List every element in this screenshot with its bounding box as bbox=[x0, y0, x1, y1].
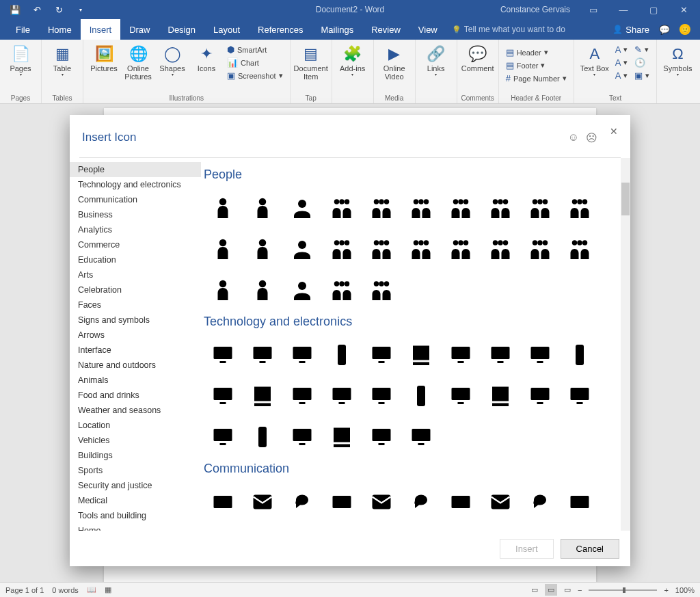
category-item[interactable]: Arts bbox=[70, 267, 201, 282]
icon-cell[interactable] bbox=[362, 271, 401, 309]
text-opt-3[interactable]: A▾ bbox=[612, 70, 631, 81]
category-item[interactable]: Education bbox=[70, 252, 201, 267]
icons-button[interactable]: ✦Icons bbox=[190, 42, 223, 72]
icon-cell[interactable] bbox=[362, 377, 401, 415]
category-item[interactable]: Security and justice bbox=[70, 478, 201, 493]
ribbon-options-icon[interactable]: ▭ bbox=[580, 0, 607, 19]
header-button[interactable]: ▤Header ▾ bbox=[503, 47, 569, 58]
icon-cell[interactable] bbox=[323, 418, 361, 456]
icon-cell[interactable] bbox=[402, 418, 440, 456]
close-dialog-icon[interactable]: ✕ bbox=[610, 126, 618, 137]
category-item[interactable]: Vehicles bbox=[70, 433, 201, 448]
tab-view[interactable]: View bbox=[409, 19, 446, 40]
screenshot-button[interactable]: ▣Screenshot ▾ bbox=[224, 70, 286, 81]
user-name[interactable]: Constance Gervais bbox=[494, 5, 577, 14]
icon-cell[interactable] bbox=[204, 271, 242, 309]
icon-cell[interactable] bbox=[323, 189, 361, 227]
tab-insert[interactable]: Insert bbox=[81, 19, 121, 40]
category-item[interactable]: Commerce bbox=[70, 237, 201, 252]
category-item[interactable]: Signs and symbols bbox=[70, 313, 201, 328]
icon-cell[interactable] bbox=[204, 230, 242, 268]
icon-cell[interactable] bbox=[521, 336, 559, 374]
text-opt-6[interactable]: ▣▾ bbox=[632, 70, 652, 81]
page-number-button[interactable]: #Page Number ▾ bbox=[503, 72, 569, 84]
icon-cell[interactable] bbox=[561, 377, 599, 415]
icon-cell[interactable] bbox=[283, 418, 321, 456]
icon-cell[interactable] bbox=[243, 271, 282, 309]
chart-button[interactable]: 📊Chart bbox=[224, 57, 286, 68]
text-opt-4[interactable]: ✎▾ bbox=[632, 44, 652, 55]
icon-cell[interactable] bbox=[402, 377, 440, 415]
macro-icon[interactable]: ▦ bbox=[105, 585, 111, 594]
view-mode-print-icon[interactable]: ▭ bbox=[545, 584, 557, 596]
scrollbar[interactable] bbox=[621, 158, 630, 531]
icon-cell[interactable] bbox=[402, 336, 440, 374]
view-mode-web-icon[interactable]: ▭ bbox=[564, 585, 571, 594]
tell-me-search[interactable]: Tell me what you want to do bbox=[452, 19, 565, 40]
icon-cell[interactable] bbox=[481, 483, 520, 521]
symbols-button[interactable]: ΩSymbols▾ bbox=[661, 42, 694, 77]
share-button[interactable]: 👤Share bbox=[612, 25, 649, 35]
icon-cell[interactable] bbox=[561, 189, 599, 227]
icon-cell[interactable] bbox=[243, 230, 282, 268]
addins-button[interactable]: 🧩Add-ins▾ bbox=[336, 42, 369, 77]
category-item[interactable]: Animals bbox=[70, 373, 201, 388]
sad-face-icon[interactable]: ☹ bbox=[586, 131, 597, 144]
table-button[interactable]: ▦Table▾ bbox=[46, 42, 79, 77]
happy-face-icon[interactable]: ☺ bbox=[568, 131, 579, 144]
tab-layout[interactable]: Layout bbox=[204, 19, 249, 40]
icon-cell[interactable] bbox=[561, 230, 599, 268]
icon-cell[interactable] bbox=[283, 271, 321, 309]
category-item[interactable]: Business bbox=[70, 207, 201, 222]
text-opt-5[interactable]: 🕒 bbox=[632, 57, 652, 68]
zoom-slider[interactable] bbox=[589, 589, 657, 591]
links-button[interactable]: 🔗Links▾ bbox=[420, 42, 453, 77]
icon-cell[interactable] bbox=[243, 483, 282, 521]
category-item[interactable]: Technology and electronics bbox=[70, 177, 201, 192]
icon-cell[interactable] bbox=[243, 377, 282, 415]
icon-cell[interactable] bbox=[402, 483, 440, 521]
word-count[interactable]: 0 words bbox=[52, 586, 79, 594]
icon-cell[interactable] bbox=[204, 336, 242, 374]
insert-button[interactable]: Insert bbox=[500, 539, 554, 559]
zoom-out-icon[interactable]: − bbox=[578, 586, 582, 594]
icon-cell[interactable] bbox=[243, 418, 282, 456]
icon-cell[interactable] bbox=[323, 230, 361, 268]
icon-cell[interactable] bbox=[243, 336, 282, 374]
icon-cell[interactable] bbox=[402, 189, 440, 227]
icon-cell[interactable] bbox=[521, 483, 559, 521]
category-item[interactable]: Food and drinks bbox=[70, 388, 201, 403]
category-item[interactable]: People bbox=[70, 162, 201, 177]
icon-cell[interactable] bbox=[521, 189, 559, 227]
icon-cell[interactable] bbox=[323, 377, 361, 415]
category-item[interactable]: Faces bbox=[70, 297, 201, 313]
smartart-button[interactable]: ⬢SmartArt bbox=[224, 44, 286, 55]
icon-cell[interactable] bbox=[204, 377, 242, 415]
icon-cell[interactable] bbox=[442, 483, 480, 521]
icon-cell[interactable] bbox=[442, 230, 480, 268]
minimize-icon[interactable]: — bbox=[610, 0, 637, 19]
icon-cell[interactable] bbox=[283, 377, 321, 415]
footer-button[interactable]: ▤Footer ▾ bbox=[503, 59, 569, 71]
text-opt-2[interactable]: A▾ bbox=[612, 57, 631, 68]
icon-cell[interactable] bbox=[402, 230, 440, 268]
tab-home[interactable]: Home bbox=[39, 19, 81, 40]
icon-cell[interactable] bbox=[521, 377, 559, 415]
category-item[interactable]: Tools and building bbox=[70, 508, 201, 523]
tab-review[interactable]: Review bbox=[362, 19, 409, 40]
zoom-level[interactable]: 100% bbox=[675, 586, 695, 594]
icon-cell[interactable] bbox=[561, 483, 599, 521]
category-item[interactable]: Celebration bbox=[70, 282, 201, 297]
tab-design[interactable]: Design bbox=[159, 19, 204, 40]
icon-cell[interactable] bbox=[323, 336, 361, 374]
icon-cell[interactable] bbox=[442, 377, 480, 415]
icon-cell[interactable] bbox=[442, 336, 480, 374]
icon-cell[interactable] bbox=[283, 230, 321, 268]
category-item[interactable]: Arrows bbox=[70, 328, 201, 343]
icon-cell[interactable] bbox=[283, 336, 321, 374]
icon-cell[interactable] bbox=[204, 418, 242, 456]
smiley-icon[interactable]: 🙂 bbox=[679, 24, 690, 35]
icon-cell[interactable] bbox=[283, 483, 321, 521]
category-item[interactable]: Location bbox=[70, 418, 201, 433]
category-item[interactable]: Communication bbox=[70, 192, 201, 207]
